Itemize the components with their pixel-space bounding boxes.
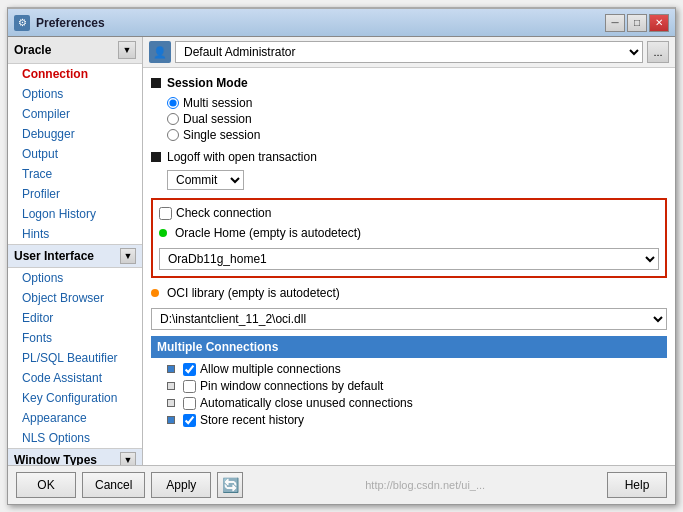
- allow-multiple-check-indicator: [167, 365, 175, 373]
- title-bar: ⚙ Preferences ─ □ ✕: [8, 9, 675, 37]
- sidebar: Oracle ▼ Connection Options Compiler Deb…: [8, 37, 143, 465]
- main-content: Session Mode Multi session Dual session …: [143, 68, 675, 465]
- pin-window-label: Pin window connections by default: [200, 379, 383, 393]
- window-types-dropdown-btn[interactable]: ▼: [120, 452, 136, 465]
- multi-session-radio[interactable]: [167, 97, 179, 109]
- connection-bordered-section: Check connection Oracle Home (empty is a…: [151, 198, 667, 278]
- store-history-row[interactable]: Store recent history: [167, 413, 667, 427]
- single-session-label: Single session: [183, 128, 260, 142]
- oci-label: OCI library (empty is autodetect): [167, 286, 340, 300]
- sidebar-item-hints[interactable]: Hints: [8, 224, 142, 244]
- window-controls: ─ □ ✕: [605, 14, 669, 32]
- profile-select[interactable]: Default Administrator: [175, 41, 643, 63]
- toolbar: 👤 Default Administrator ...: [143, 37, 675, 68]
- auto-close-label: Automatically close unused connections: [200, 396, 413, 410]
- logoff-label: Logoff with open transaction: [167, 150, 317, 164]
- oracle-home-indicator: [159, 229, 167, 237]
- sidebar-item-plsql-beautifier[interactable]: PL/SQL Beautifier: [8, 348, 142, 368]
- single-session-radio[interactable]: [167, 129, 179, 141]
- multiple-connections-label: Multiple Connections: [157, 340, 278, 354]
- window-icon: ⚙: [14, 15, 30, 31]
- store-history-checkbox[interactable]: [183, 414, 196, 427]
- logoff-section: Logoff with open transaction Commit Roll…: [151, 150, 667, 190]
- apply-button[interactable]: Apply: [151, 472, 211, 498]
- store-history-label: Store recent history: [200, 413, 304, 427]
- allow-multiple-row[interactable]: Allow multiple connections: [167, 362, 667, 376]
- connection-checkboxes: Allow multiple connections Pin window co…: [151, 362, 667, 427]
- dual-session-option[interactable]: Dual session: [167, 112, 667, 126]
- session-mode-indicator: [151, 78, 161, 88]
- multi-session-label: Multi session: [183, 96, 252, 110]
- refresh-button[interactable]: 🔄: [217, 472, 243, 498]
- check-connection-checkbox[interactable]: [159, 207, 172, 220]
- main-panel: 👤 Default Administrator ... Session Mode…: [143, 37, 675, 465]
- dual-session-label: Dual session: [183, 112, 252, 126]
- allow-multiple-checkbox[interactable]: [183, 363, 196, 376]
- oci-label-row: OCI library (empty is autodetect): [151, 286, 667, 300]
- logoff-select[interactable]: Commit Rollback Ask: [167, 170, 244, 190]
- oracle-home-label: Oracle Home (empty is autodetect): [175, 226, 361, 240]
- sidebar-item-profiler[interactable]: Profiler: [8, 184, 142, 204]
- oracle-label: Oracle: [14, 43, 51, 57]
- sidebar-item-debugger[interactable]: Debugger: [8, 124, 142, 144]
- allow-multiple-label: Allow multiple connections: [200, 362, 341, 376]
- oracle-home-row: Oracle Home (empty is autodetect) OraDb1…: [159, 226, 659, 270]
- sidebar-item-options[interactable]: Options: [8, 84, 142, 104]
- pin-window-checkbox[interactable]: [183, 380, 196, 393]
- oracle-home-select[interactable]: OraDb11g_home1: [159, 248, 659, 270]
- close-button[interactable]: ✕: [649, 14, 669, 32]
- multiple-connections-row: Multiple Connections: [151, 336, 667, 358]
- auto-close-check-indicator: [167, 399, 175, 407]
- session-radio-group: Multi session Dual session Single sessio…: [167, 96, 667, 142]
- window-title: Preferences: [36, 16, 605, 30]
- oci-section: OCI library (empty is autodetect) D:\ins…: [151, 286, 667, 330]
- user-interface-header: User Interface ▼: [8, 244, 142, 268]
- logoff-label-row: Logoff with open transaction: [151, 150, 667, 164]
- window-types-header: Window Types ▼: [8, 448, 142, 465]
- sidebar-item-ui-options[interactable]: Options: [8, 268, 142, 288]
- sidebar-item-key-configuration[interactable]: Key Configuration: [8, 388, 142, 408]
- oci-indicator: [151, 289, 159, 297]
- auto-close-row[interactable]: Automatically close unused connections: [167, 396, 667, 410]
- sidebar-item-code-assistant[interactable]: Code Assistant: [8, 368, 142, 388]
- sidebar-item-nls-options[interactable]: NLS Options: [8, 428, 142, 448]
- sidebar-item-logon-history[interactable]: Logon History: [8, 204, 142, 224]
- sidebar-item-connection[interactable]: Connection: [8, 64, 142, 84]
- auto-close-checkbox[interactable]: [183, 397, 196, 410]
- ui-dropdown-btn[interactable]: ▼: [120, 248, 136, 264]
- bottom-bar: OK Cancel Apply 🔄 http://blog.csdn.net/u…: [8, 465, 675, 504]
- pin-window-row[interactable]: Pin window connections by default: [167, 379, 667, 393]
- check-connection-label: Check connection: [176, 206, 271, 220]
- sidebar-item-fonts[interactable]: Fonts: [8, 328, 142, 348]
- more-button[interactable]: ...: [647, 41, 669, 63]
- window-types-label: Window Types: [14, 453, 97, 465]
- check-connection-row[interactable]: Check connection: [159, 206, 659, 220]
- single-session-option[interactable]: Single session: [167, 128, 667, 142]
- oci-select[interactable]: D:\instantclient_11_2\oci.dll: [151, 308, 667, 330]
- help-button[interactable]: Help: [607, 472, 667, 498]
- ui-label: User Interface: [14, 249, 94, 263]
- sidebar-item-compiler[interactable]: Compiler: [8, 104, 142, 124]
- multi-session-option[interactable]: Multi session: [167, 96, 667, 110]
- minimize-button[interactable]: ─: [605, 14, 625, 32]
- cancel-button[interactable]: Cancel: [82, 472, 145, 498]
- sidebar-item-appearance[interactable]: Appearance: [8, 408, 142, 428]
- sidebar-item-object-browser[interactable]: Object Browser: [8, 288, 142, 308]
- session-mode-section: Session Mode: [151, 76, 667, 90]
- profile-icon: 👤: [149, 41, 171, 63]
- ok-button[interactable]: OK: [16, 472, 76, 498]
- watermark-text: http://blog.csdn.net/ui_...: [249, 479, 601, 491]
- sidebar-item-editor[interactable]: Editor: [8, 308, 142, 328]
- oracle-section-header: Oracle ▼: [8, 37, 142, 64]
- session-mode-title: Session Mode: [167, 76, 248, 90]
- oracle-home-label-row: Oracle Home (empty is autodetect): [159, 226, 659, 240]
- oracle-dropdown-btn[interactable]: ▼: [118, 41, 136, 59]
- sidebar-item-output[interactable]: Output: [8, 144, 142, 164]
- maximize-button[interactable]: □: [627, 14, 647, 32]
- preferences-window: ⚙ Preferences ─ □ ✕ Oracle ▼ Connection …: [7, 7, 676, 505]
- dual-session-radio[interactable]: [167, 113, 179, 125]
- store-history-check-indicator: [167, 416, 175, 424]
- sidebar-item-trace[interactable]: Trace: [8, 164, 142, 184]
- window-body: Oracle ▼ Connection Options Compiler Deb…: [8, 37, 675, 465]
- logoff-select-row: Commit Rollback Ask: [167, 170, 667, 190]
